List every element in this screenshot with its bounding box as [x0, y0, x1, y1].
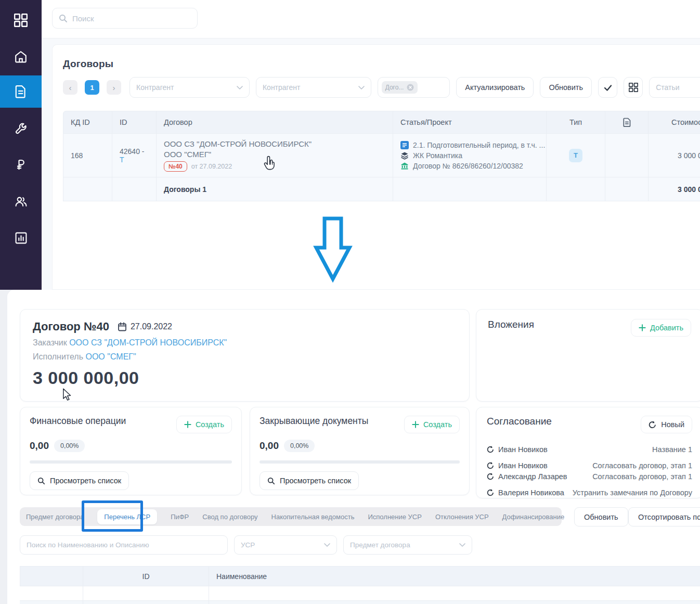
- articles-select[interactable]: Статьи: [649, 77, 700, 98]
- type-badge: Т: [569, 149, 582, 162]
- global-search[interactable]: [52, 8, 198, 29]
- contract-date: 27.09.2022: [131, 322, 172, 331]
- sidebar: [0, 0, 42, 290]
- col-doc: [605, 111, 649, 134]
- calendar-icon: [118, 322, 127, 331]
- lsr-table: ID Наименование: [20, 566, 700, 604]
- tab-contract-subject[interactable]: Предмет договора: [26, 513, 84, 521]
- apps-grid-icon: [14, 14, 28, 27]
- chevron-down-icon: [358, 85, 365, 90]
- chevron-right-icon: ›: [113, 83, 115, 92]
- add-attachment-button[interactable]: Добавить: [631, 319, 691, 337]
- document-icon: [622, 118, 631, 127]
- tab-cumulative-sheet[interactable]: Накопительная ведомость: [271, 513, 355, 521]
- sidebar-item-users[interactable]: [0, 186, 42, 216]
- new-approval-button[interactable]: Новый: [641, 416, 692, 433]
- approval-card: Согласование Новый Иван Новиков Название…: [476, 407, 700, 498]
- filter-tag: Дого...: [382, 81, 418, 94]
- closing-docs-percent: 0,00%: [284, 440, 315, 452]
- contract-filter-input[interactable]: Дого...: [378, 77, 450, 98]
- row-executor: ООО "СМЕГ": [164, 150, 211, 159]
- remove-tag-icon[interactable]: [407, 84, 414, 91]
- cell-kd-id[interactable]: 168: [63, 134, 112, 177]
- contract-number-badge: №40: [164, 161, 187, 172]
- refresh-button[interactable]: Обновить: [540, 77, 592, 98]
- document-icon: [14, 85, 28, 98]
- usr-select[interactable]: УСР: [234, 535, 337, 555]
- topbar: [42, 0, 700, 38]
- table-footer-label: Договоры 1: [157, 177, 393, 201]
- search-icon: [59, 14, 68, 23]
- contract-summary-card: Договор №40 27.09.2022 Заказчик ООО СЗ "…: [20, 309, 470, 402]
- confirm-button[interactable]: [598, 77, 617, 98]
- lsr-search-input[interactable]: [20, 535, 228, 555]
- check-icon: [604, 84, 612, 92]
- current-page[interactable]: 1: [85, 80, 99, 95]
- tab-additional-financing[interactable]: Дофинансирование: [502, 513, 565, 521]
- tab-contract-summary[interactable]: Свод по договору: [202, 513, 257, 521]
- contracts-list-screen: Договоры ‹ 1 › Контрагент Контрагент Дог…: [0, 0, 700, 290]
- approval-item[interactable]: Валерия Новикова Устранить замечания по …: [487, 487, 692, 498]
- view-fin-ops-list-button[interactable]: Просмотреть список: [30, 471, 129, 490]
- approval-item[interactable]: Иван Новиков Название 1: [487, 444, 692, 455]
- refresh-icon: [487, 473, 494, 480]
- sort-button[interactable]: Отсортировать по н: [628, 507, 700, 526]
- contract-date: от 27.09.2022: [191, 163, 232, 170]
- customer-link[interactable]: ООО СЗ "ДОМ-СТРОЙ НОВОСИБИРСК": [69, 338, 227, 347]
- bar-chart-icon: [15, 232, 28, 245]
- approval-item[interactable]: Александр Лазарев Согласовать договор, э…: [487, 471, 692, 482]
- grid-view-button[interactable]: [624, 77, 643, 98]
- lsr-col-id: ID: [83, 566, 209, 586]
- sidebar-item-finance[interactable]: [0, 150, 42, 180]
- sidebar-item-contracts[interactable]: [0, 75, 42, 108]
- sidebar-item-home[interactable]: [0, 42, 42, 72]
- executor-link[interactable]: ООО "СМЕГ": [85, 352, 136, 361]
- cell-contract[interactable]: ООО СЗ "ДОМ-СТРОЙ НОВОСИБИРСК" ООО "СМЕГ…: [157, 134, 393, 177]
- grid-icon: [629, 83, 638, 92]
- attachments-card: Вложения Добавить: [476, 309, 700, 402]
- col-id: ID: [112, 111, 157, 134]
- col-cost: Стоимость: [649, 111, 700, 134]
- prev-page-button[interactable]: ‹: [63, 80, 77, 95]
- contracts-table: КД ID ID Договор Статья/Проект Тип Стоим…: [63, 111, 700, 201]
- create-closing-doc-button[interactable]: Создать: [404, 416, 460, 433]
- plus-icon: [184, 421, 191, 428]
- chevron-down-icon: [324, 543, 330, 547]
- actualize-button[interactable]: Актуализировать: [456, 77, 534, 98]
- create-fin-op-button[interactable]: Создать: [176, 416, 232, 433]
- tab-pifr[interactable]: ПиФР: [171, 513, 189, 521]
- chevron-down-icon: [237, 85, 243, 90]
- cell-article-project[interactable]: 2.1. Подготовительный период, в т.ч. ...…: [393, 134, 547, 177]
- wrench-icon: [15, 122, 28, 135]
- search-icon: [37, 477, 45, 485]
- contract-amount: 3 000 000,00: [33, 368, 457, 388]
- col-kd-id: КД ID: [63, 111, 112, 134]
- fin-ops-progress-bar: [30, 460, 232, 464]
- view-closing-docs-list-button[interactable]: Просмотреть список: [260, 471, 359, 490]
- contract-subject-select[interactable]: Предмет договора: [343, 535, 472, 555]
- tab-lsr-list[interactable]: Перечень ЛСР: [97, 509, 157, 524]
- detail-refresh-button[interactable]: Обновить: [574, 507, 628, 526]
- contracts-card: Договоры ‹ 1 › Контрагент Контрагент Дог…: [52, 44, 700, 290]
- detail-tabs: Предмет договора Перечень ЛСР ПиФР Свод …: [20, 507, 562, 526]
- cell-id[interactable]: 42640 - Т: [112, 134, 157, 177]
- next-page-button[interactable]: ›: [107, 80, 121, 95]
- approval-item[interactable]: Иван Новиков Согласовать договор, этап 1: [487, 460, 692, 471]
- tab-usr-deviations[interactable]: Отклонения УСР: [435, 513, 489, 521]
- sidebar-item-tools[interactable]: [0, 113, 42, 144]
- plus-icon: [412, 421, 419, 428]
- executor-label: Исполнитель: [33, 352, 83, 361]
- filter-row: ‹ 1 › Контрагент Контрагент Дого... Акту…: [63, 77, 700, 98]
- contractor-select-2[interactable]: Контрагент: [256, 77, 371, 98]
- sidebar-item-apps[interactable]: [0, 5, 42, 35]
- contractor-select-1[interactable]: Контрагент: [129, 77, 250, 98]
- row-customer: ООО СЗ "ДОМ-СТРОЙ НОВОСИБИРСК": [164, 139, 312, 148]
- plus-icon: [639, 324, 646, 331]
- search-input[interactable]: [72, 14, 191, 23]
- closing-docs-title: Закрывающие документы: [260, 416, 368, 427]
- col-type: Тип: [547, 111, 605, 134]
- closing-docs-amount: 0,00: [260, 440, 279, 452]
- sidebar-item-reports[interactable]: [0, 223, 42, 253]
- chevron-left-icon: ‹: [69, 83, 72, 92]
- tab-usr-execution[interactable]: Исполнение УСР: [368, 513, 421, 521]
